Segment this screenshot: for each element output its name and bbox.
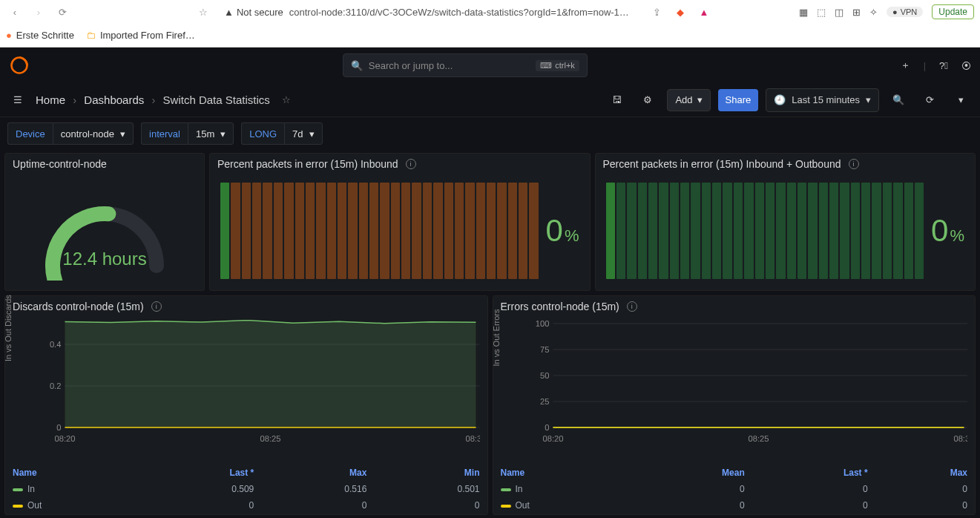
search-icon: 🔍	[351, 60, 363, 71]
chevron-down-icon: ▾	[120, 128, 125, 140]
panel-pkt-inbound[interactable]: Percent packets in error (15m) Inboundi …	[209, 153, 591, 291]
refresh-menu-icon[interactable]: ▾	[949, 88, 973, 112]
star-icon[interactable]: ☆	[282, 94, 291, 105]
svg-text:75: 75	[539, 345, 548, 354]
panel-title: Percent packets in error (15m) Inbound +…	[603, 158, 841, 170]
gauge: 12.4 hours	[5, 174, 204, 290]
big-percent: 0%	[546, 213, 579, 249]
extensions-icon[interactable]: ⬚	[817, 7, 826, 18]
svg-text:08:20: 08:20	[542, 434, 563, 443]
search-input[interactable]: 🔍 Search or jump to... ⌨ ctrl+k	[343, 53, 588, 77]
panel-title: Uptime-control-node	[5, 154, 204, 174]
update-button[interactable]: Update	[932, 4, 974, 19]
bookmark-item[interactable]: 🗀 Imported From Firef…	[86, 30, 195, 41]
share-button[interactable]: Share	[718, 89, 759, 111]
time-range-picker[interactable]: 🕘 Last 15 minutes ▾	[766, 88, 879, 112]
panel-uptime[interactable]: Uptime-control-node 12.4 hours	[4, 153, 205, 291]
panel-errors[interactable]: Errors control-node (15m)i In vs Out Err…	[493, 295, 976, 515]
ext-icon[interactable]: ▦	[799, 7, 808, 18]
chevron-down-icon: ▾	[697, 94, 703, 105]
svg-text:0.4: 0.4	[50, 340, 62, 349]
help-icon[interactable]: ?⃝	[939, 60, 948, 71]
url-text: control-node:3110/d/vC-3OCeWz/switch-dat…	[289, 7, 629, 18]
chevron-down-icon: ▾	[866, 94, 871, 105]
vpn-pill[interactable]: ● VPN	[887, 7, 923, 17]
chevron-down-icon: ▾	[309, 128, 315, 140]
breadcrumb: Home › Dashboards › Switch Data Statisti…	[36, 94, 270, 106]
search-placeholder: Search or jump to...	[369, 60, 453, 71]
bookmark-label: Imported From Firef…	[100, 30, 195, 41]
bookmark-label: Erste Schritte	[16, 30, 74, 41]
address-bar[interactable]: ▲ Not secure control-node:3110/d/vC-3OCe…	[218, 7, 642, 18]
var-interval-select[interactable]: 15m ▾	[188, 122, 234, 145]
refresh-icon[interactable]: ⟳	[918, 88, 941, 112]
bar-graph	[606, 183, 924, 279]
sparkle-icon[interactable]: ✧	[869, 7, 878, 18]
variable-row: Device control-node ▾ interval 15m ▾ LON…	[0, 117, 980, 150]
legend-table: NameMeanLast *MaxIn000Out000	[493, 464, 976, 514]
panel-title: Percent packets in error (15m) Inbound	[217, 158, 398, 170]
gauge-value: 12.4 hours	[62, 249, 146, 269]
wallet-icon[interactable]: ⊞	[852, 7, 861, 18]
bookmark-item[interactable]: ● Erste Schritte	[6, 30, 74, 41]
zoom-out-icon[interactable]: 🔍	[887, 88, 910, 112]
svg-text:08:25: 08:25	[748, 434, 769, 443]
browser-toolbar: ‹ › ⟳ ☆ ▲ Not secure control-node:3110/d…	[0, 0, 980, 24]
not-secure-badge: ▲ Not secure	[224, 7, 283, 18]
panel-title: Discards control-node (15m)	[13, 301, 144, 312]
share-icon[interactable]: ⇪	[648, 3, 665, 21]
svg-text:08:25: 08:25	[260, 434, 280, 443]
panel-grid: Uptime-control-node 12.4 hours Percent p…	[0, 150, 980, 518]
grafana-app: 🔍 Search or jump to... ⌨ ctrl+k ＋ | ?⃝ ⦿…	[0, 47, 980, 518]
sidepanel-icon[interactable]: ◫	[835, 7, 843, 18]
settings-icon[interactable]: ⚙	[636, 88, 660, 112]
save-icon[interactable]: 🖫	[605, 88, 628, 112]
crumb-home[interactable]: Home	[36, 94, 65, 106]
dashboard-header: ☰ Home › Dashboards › Switch Data Statis…	[0, 83, 980, 117]
svg-text:08:30: 08:30	[465, 434, 479, 443]
big-percent: 0%	[931, 213, 964, 249]
extension-icons: ▦ ⬚ ◫ ⊞ ✧ ● VPN Update	[799, 4, 974, 19]
panel-title: Errors control-node (15m)	[501, 301, 619, 312]
menu-toggle[interactable]: ☰	[7, 90, 28, 111]
var-device-label: Device	[7, 122, 53, 145]
bar-graph	[220, 183, 539, 279]
bookmarks-bar: ● Erste Schritte 🗀 Imported From Firef…	[0, 24, 980, 47]
forward-button[interactable]: ›	[30, 3, 47, 21]
legend-table: NameLast *MaxMinIn0.5090.5160.501Out000	[5, 464, 487, 514]
reload-button[interactable]: ⟳	[53, 3, 71, 21]
info-icon[interactable]: i	[849, 159, 859, 169]
brave-rewards-icon[interactable]: ▲	[695, 3, 713, 21]
svg-text:0.2: 0.2	[50, 381, 62, 390]
panel-pkt-inout[interactable]: Percent packets in error (15m) Inbound +…	[595, 153, 976, 291]
svg-text:0: 0	[545, 423, 549, 432]
brave-shield-icon[interactable]: ◆	[671, 3, 689, 21]
var-long-label: LONG	[241, 122, 284, 145]
panel-discards[interactable]: Discards control-node (15m)i In vs Out D…	[4, 295, 488, 515]
y-axis-label: In vs Out Errors	[492, 309, 501, 366]
crumb-current: Switch Data Statistics	[163, 94, 270, 106]
add-icon[interactable]: ＋	[901, 59, 910, 72]
svg-text:0: 0	[56, 423, 61, 432]
back-button[interactable]: ‹	[6, 3, 24, 21]
info-icon[interactable]: i	[406, 159, 416, 169]
add-button[interactable]: Add ▾	[667, 89, 710, 111]
svg-text:08:30: 08:30	[953, 434, 967, 443]
var-long-select[interactable]: 7d ▾	[284, 122, 322, 145]
grafana-logo[interactable]	[9, 55, 30, 76]
news-icon[interactable]: ⦿	[961, 60, 971, 71]
var-interval-label: interval	[141, 122, 188, 145]
grafana-topbar: 🔍 Search or jump to... ⌨ ctrl+k ＋ | ?⃝ ⦿	[0, 47, 980, 83]
firefox-icon: ●	[6, 30, 12, 41]
search-kbd: ⌨ ctrl+k	[536, 60, 579, 71]
info-icon[interactable]: i	[627, 301, 637, 312]
y-axis-label: In vs Out Discards	[4, 295, 13, 361]
info-icon[interactable]: i	[151, 301, 162, 312]
svg-text:50: 50	[539, 371, 548, 380]
crumb-dashboards[interactable]: Dashboards	[84, 94, 144, 106]
svg-text:100: 100	[535, 320, 549, 328]
time-range-label: Last 15 minutes	[792, 94, 860, 105]
bookmark-icon[interactable]: ☆	[194, 3, 212, 21]
var-device-select[interactable]: control-node ▾	[53, 122, 134, 145]
svg-text:25: 25	[539, 397, 548, 406]
